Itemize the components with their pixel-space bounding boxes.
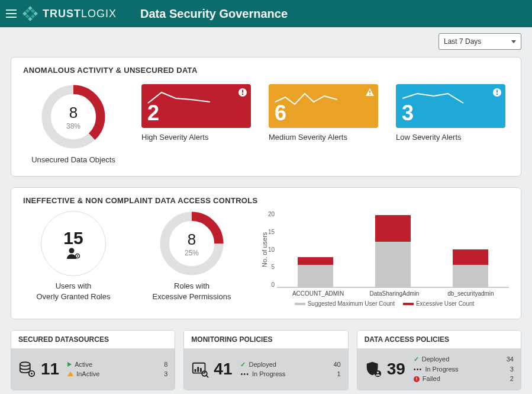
high-severity-tile[interactable]: 2 High Severity Alerts (141, 84, 251, 142)
chevron-down-icon (511, 40, 516, 43)
svg-rect-12 (242, 90, 243, 93)
database-gear-icon (18, 360, 36, 378)
svg-rect-29 (195, 369, 196, 372)
svg-rect-13 (242, 94, 243, 95)
high-count: 2 (147, 101, 159, 126)
unsecured-data-tile[interactable]: 8 38% Unsecured Data Objects (23, 84, 124, 164)
ineffective-card-title: INEFFECTIVE & NON COMPLAINT DATA ACCESS … (23, 196, 509, 205)
data-access-policies-card[interactable]: DATA ACCESS POLICIES 39 ✓Deployed34•••In… (357, 330, 521, 390)
svg-rect-5 (31, 14, 35, 18)
alert-triangle-icon (365, 88, 375, 97)
top-bar: TRUSTLOGIX Data Security Governance (0, 0, 532, 27)
users-overly-count: 15 (63, 228, 83, 248)
svg-point-27 (31, 373, 33, 374)
svg-point-35 (376, 371, 378, 373)
user-gear-icon (66, 247, 81, 259)
svg-point-25 (20, 362, 30, 366)
in-progress-icon: ••• (414, 364, 423, 374)
stat-row: !Failed2 (414, 374, 514, 384)
medium-label: Medium Severity Alerts (269, 133, 378, 142)
stat-row: InActive3 (67, 369, 167, 379)
svg-rect-4 (28, 11, 32, 15)
svg-point-20 (69, 248, 75, 254)
monitor-search-icon (191, 360, 209, 378)
roles-bar-chart: No. of users 20151050 ACCOUNT_ADMINDataS… (260, 211, 509, 307)
warning-triangle-icon (67, 371, 73, 376)
svg-rect-7 (25, 14, 30, 18)
svg-rect-18 (496, 90, 498, 93)
low-count: 3 (402, 101, 414, 126)
roles-excessive-count: 8 (188, 230, 196, 249)
svg-rect-19 (496, 94, 498, 95)
unsecured-pct: 38% (66, 122, 80, 130)
svg-rect-30 (198, 367, 199, 371)
roles-excessive-pct: 25% (185, 249, 199, 257)
shield-user-icon (365, 360, 382, 378)
svg-rect-2 (34, 11, 38, 15)
anomalous-card: ANOMALOUS ACTIVITY & UNSECURED DATA 8 38… (11, 57, 521, 177)
svg-rect-31 (200, 368, 202, 372)
svg-rect-0 (28, 6, 32, 10)
unsecured-count: 8 (69, 104, 78, 122)
low-label: Low Severity Alerts (396, 133, 505, 142)
failed-icon: ! (414, 376, 420, 382)
time-range-select[interactable]: Last 7 Days (439, 33, 521, 50)
svg-rect-1 (31, 9, 35, 13)
svg-rect-16 (369, 94, 370, 95)
medium-count: 6 (275, 101, 286, 126)
toolbar: Last 7 Days (11, 33, 521, 50)
users-overly-tile[interactable]: 15 Users withOverly Granted Roles (23, 211, 124, 302)
play-icon (67, 362, 72, 367)
time-range-value: Last 7 Days (444, 37, 481, 46)
svg-point-22 (77, 255, 78, 257)
y-axis-label: No. of users (260, 211, 268, 288)
roles-excessive-tile[interactable]: 8 25% Roles withExcessive Permissions (141, 211, 242, 302)
secured-datasources-card[interactable]: SECURED DATASOURCES 11 Active8InActive3 (11, 330, 175, 390)
y-axis-ticks: 20151050 (268, 211, 277, 288)
brand: TRUSTLOGIX (22, 6, 117, 21)
check-icon: ✓ (240, 360, 246, 370)
page-title: Data Security Governance (140, 7, 288, 21)
menu-icon[interactable] (6, 9, 17, 18)
low-severity-tile[interactable]: 3 Low Severity Alerts (396, 84, 505, 142)
brand-logo-icon (22, 6, 38, 21)
svg-rect-3 (25, 9, 30, 13)
svg-line-33 (207, 375, 209, 377)
anomalous-card-title: ANOMALOUS ACTIVITY & UNSECURED DATA (23, 66, 509, 75)
svg-rect-6 (22, 11, 27, 15)
stat-row: •••In Progress3 (414, 364, 514, 374)
in-progress-icon: ••• (240, 369, 249, 379)
high-label: High Severity Alerts (141, 133, 251, 142)
ineffective-card: INEFFECTIVE & NON COMPLAINT DATA ACCESS … (11, 187, 521, 319)
stat-row: •••In Progress1 (240, 369, 340, 379)
unsecured-label: Unsecured Data Objects (31, 155, 115, 164)
check-icon: ✓ (414, 354, 419, 364)
stat-row: ✓Deployed40 (240, 360, 340, 370)
monitoring-policies-card[interactable]: MONITORING POLICIES 41 ✓Deployed40•••In … (183, 330, 348, 390)
alert-circle-icon (238, 88, 247, 97)
medium-severity-tile[interactable]: 6 Medium Severity Alerts (269, 84, 378, 142)
svg-point-34 (375, 370, 381, 377)
brand-name: TRUSTLOGIX (43, 8, 117, 20)
svg-rect-8 (28, 17, 32, 21)
stat-row: Active8 (67, 360, 167, 370)
alert-circle-icon (492, 88, 502, 97)
stat-row: ✓Deployed34 (414, 354, 514, 364)
svg-rect-15 (369, 91, 370, 93)
